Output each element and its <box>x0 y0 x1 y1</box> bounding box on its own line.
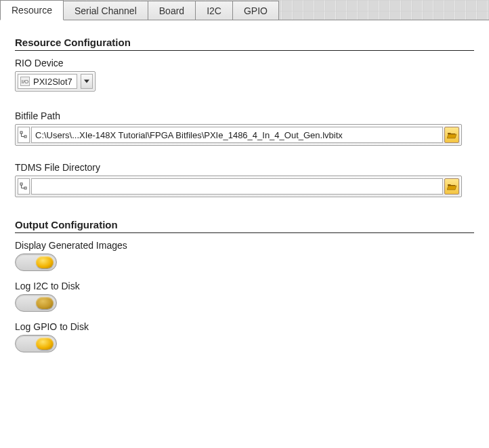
folder-open-icon <box>447 183 456 190</box>
label-bitfile-path: Bitfile Path <box>15 110 474 121</box>
rio-device-display: I/O PXI2Slot7 <box>18 74 77 89</box>
io-resource-icon: I/O <box>20 77 30 86</box>
rio-device-value: PXI2Slot7 <box>33 77 72 87</box>
label-rio-device: RIO Device <box>15 58 474 68</box>
tab-label: Serial Channel <box>75 5 137 16</box>
chevron-down-icon <box>84 79 89 83</box>
tab-label: Board <box>159 5 184 16</box>
folder-open-icon <box>447 131 456 139</box>
rio-device-control[interactable]: I/O PXI2Slot7 <box>15 71 95 91</box>
toggle-log-gpio-to-disk[interactable] <box>15 335 57 352</box>
tdms-dir-input[interactable] <box>31 178 443 195</box>
tab-i2c[interactable]: I2C <box>195 1 233 20</box>
tab-label: I2C <box>207 5 221 16</box>
section-header-resource-config: Resource Configuration <box>15 37 474 51</box>
svg-rect-0 <box>20 131 22 134</box>
bitfile-browse-button[interactable] <box>444 127 459 143</box>
tdms-browse-button[interactable] <box>444 178 459 195</box>
path-tree-icon <box>18 178 30 195</box>
rio-device-dropdown-button[interactable] <box>81 74 93 89</box>
toggle-log-i2c-to-disk[interactable] <box>15 294 57 312</box>
tab-board[interactable]: Board <box>148 1 196 20</box>
bitfile-path-control: C:\Users\...XIe-148X Tutorial\FPGA Bitfi… <box>15 124 462 146</box>
path-tree-icon <box>18 127 30 143</box>
tab-label: GPIO <box>244 5 268 16</box>
tab-serial-channel[interactable]: Serial Channel <box>63 1 148 20</box>
tab-label: Resource <box>12 5 52 16</box>
tab-bar: Resource Serial Channel Board I2C GPIO <box>0 0 489 20</box>
svg-rect-1 <box>24 136 26 138</box>
svg-rect-2 <box>20 183 22 185</box>
tdms-dir-control <box>15 176 462 197</box>
label-tdms-dir: TDMS File Directory <box>15 162 474 173</box>
label-display-generated: Display Generated Images <box>15 240 474 251</box>
tab-content-resource: Resource Configuration RIO Device I/O PX… <box>0 20 489 448</box>
toggle-knob <box>36 338 54 350</box>
tab-resource[interactable]: Resource <box>0 0 64 20</box>
toggle-display-generated-images[interactable] <box>15 253 57 271</box>
tab-gpio[interactable]: GPIO <box>232 1 279 20</box>
toggle-knob <box>36 256 54 268</box>
bitfile-path-value: C:\Users\...XIe-148X Tutorial\FPGA Bitfi… <box>35 130 343 140</box>
label-log-i2c: Log I2C to Disk <box>15 281 474 291</box>
svg-rect-3 <box>24 187 26 189</box>
toggle-knob <box>36 297 54 309</box>
bitfile-path-input[interactable]: C:\Users\...XIe-148X Tutorial\FPGA Bitfi… <box>31 127 443 143</box>
section-header-output-config: Output Configuration <box>15 219 474 233</box>
label-log-gpio: Log GPIO to Disk <box>15 321 474 332</box>
